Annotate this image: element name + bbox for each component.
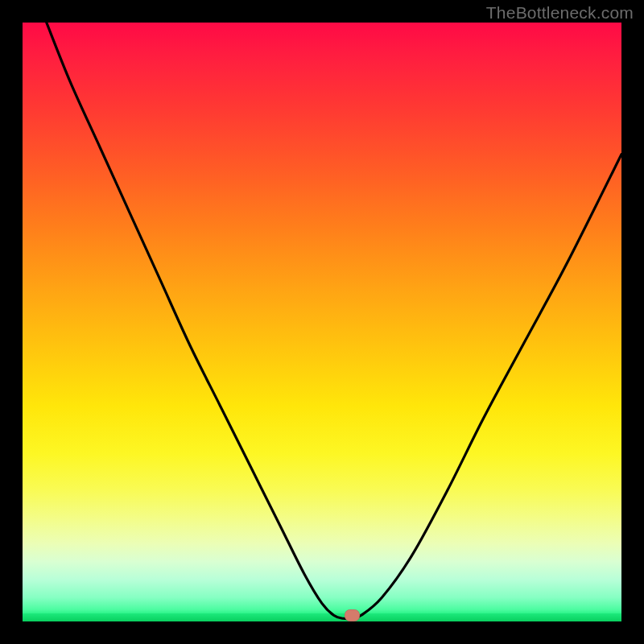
chart-frame: TheBottleneck.com (0, 0, 644, 644)
watermark-text: TheBottleneck.com (486, 3, 634, 23)
bottleneck-curve (23, 23, 621, 621)
optimal-point-marker (345, 609, 360, 621)
plot-area (23, 23, 621, 621)
